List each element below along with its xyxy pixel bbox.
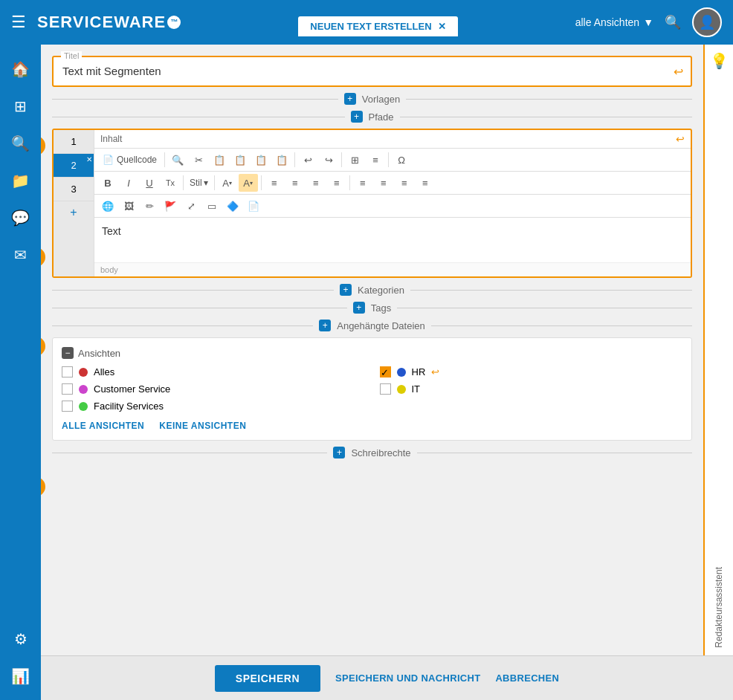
ansichten-collapse-button[interactable]: −	[62, 347, 74, 359]
segment-add-button[interactable]: +	[54, 201, 94, 224]
lightbulb-icon[interactable]: 💡	[710, 52, 729, 70]
bold-button[interactable]: B	[98, 174, 117, 192]
sidebar-item-settings[interactable]: ⚙	[4, 622, 37, 655]
editor-footer-label: body	[100, 265, 118, 274]
user-avatar[interactable]: 👤	[692, 7, 722, 37]
unorderedlist-button[interactable]: ≡	[285, 174, 305, 192]
editor-area: Inhalt ↩ 📄 Quellcode 🔍 ✂ 📋 📋	[94, 130, 691, 276]
ansicht-alles-checkbox[interactable]	[62, 366, 73, 377]
hamburger-button[interactable]: ☰	[11, 13, 26, 32]
table-button[interactable]: ⊞	[345, 151, 364, 169]
kategorien-section: + Kategorien	[52, 284, 692, 296]
ansicht-it-checkbox[interactable]	[380, 383, 391, 395]
ansicht-hr-undo-button[interactable]: ↩	[431, 366, 439, 377]
align-center-button[interactable]: ≡	[374, 174, 393, 192]
paste2-button[interactable]: 📋	[251, 151, 271, 169]
editor-undo-button[interactable]: ↩	[676, 133, 685, 145]
align-right-button[interactable]: ≡	[395, 174, 414, 192]
segment-tab-2[interactable]: 2 ✕	[54, 154, 94, 178]
schreibrechte-add-button[interactable]: +	[333, 447, 345, 458]
tags-line-left	[52, 308, 347, 308]
underline-button[interactable]: U	[140, 174, 159, 192]
editor-header: Inhalt ↩	[94, 130, 691, 149]
title-undo-button[interactable]: ↩	[674, 65, 683, 79]
schreib-line-right	[417, 453, 692, 453]
ansicht-cs-dot	[79, 385, 88, 394]
list-button[interactable]: ≡	[366, 151, 385, 169]
save-button[interactable]: SPEICHERN	[215, 665, 320, 692]
ansicht-facility-checkbox[interactable]	[62, 401, 73, 412]
content-tabs-row: 1 2 ✕ 3 + Inhalt ↩	[54, 130, 691, 276]
editor-text-area[interactable]: Text	[94, 218, 691, 262]
outdent-button[interactable]: ≡	[327, 174, 346, 192]
vorlagen-add-button[interactable]: +	[344, 93, 356, 105]
search-button[interactable]: 🔍	[665, 14, 681, 30]
step-badge-2: 2	[41, 337, 45, 356]
kategorien-add-button[interactable]: +	[340, 284, 352, 296]
omega-button[interactable]: Ω	[392, 151, 411, 169]
align-justify-button[interactable]: ≡	[416, 174, 435, 192]
italic-button[interactable]: I	[119, 174, 138, 192]
title-input[interactable]	[62, 65, 682, 77]
editor-content: Text	[102, 225, 121, 237]
copy-button[interactable]: 📋	[210, 151, 229, 169]
kat-line-right	[410, 290, 692, 291]
sidebar-item-folder[interactable]: 📁	[4, 163, 37, 197]
ansicht-it-dot	[397, 385, 406, 394]
dateien-add-button[interactable]: +	[319, 320, 331, 331]
ansicht-hr-checkbox[interactable]: ✓	[380, 366, 391, 377]
link-button[interactable]: 🌐	[98, 197, 117, 215]
orderedlist-button[interactable]: ≡	[265, 174, 284, 192]
sidebar-item-stats[interactable]: 📊	[4, 659, 37, 693]
sidebar-item-home[interactable]: 🏠	[4, 52, 37, 85]
sidebar-item-grid[interactable]: ⊞	[4, 89, 37, 123]
redo-button[interactable]: ↪	[319, 151, 338, 169]
undo-button[interactable]: ↩	[298, 151, 317, 169]
logo-badge: ™	[167, 16, 181, 29]
ansicht-cs-checkbox[interactable]	[62, 383, 73, 395]
find-button[interactable]: 🔍	[168, 151, 187, 169]
edit-button[interactable]: ✏	[140, 197, 159, 215]
clearformat-button[interactable]: Tx	[161, 174, 180, 192]
template-button[interactable]: 📄	[244, 197, 263, 215]
ansicht-it: IT	[380, 383, 683, 395]
stil-dropdown[interactable]: Stil ▾	[187, 174, 211, 192]
pfade-add-button[interactable]: +	[351, 111, 363, 123]
tags-add-button[interactable]: +	[353, 302, 365, 314]
save-notify-button[interactable]: SPEICHERN UND NACHRICHT	[335, 673, 480, 684]
tab-close-button[interactable]: ✕	[438, 21, 446, 32]
image-button[interactable]: 🖼	[119, 197, 138, 215]
fullscreen-button[interactable]: ⤢	[181, 197, 201, 215]
keine-ansichten-button[interactable]: KEINE ANSICHTEN	[159, 421, 246, 431]
editor-label: Inhalt	[100, 134, 672, 144]
bgcolor-button[interactable]: A▾	[239, 174, 258, 192]
logo-area: SERVICEWARE ™	[37, 13, 181, 32]
alle-ansichten-button[interactable]: ALLE ANSICHTEN	[62, 421, 144, 431]
paste-button[interactable]: 📋	[230, 151, 250, 169]
ansichten-section: − Ansichten Alles Customer S	[52, 337, 692, 441]
sidebar-item-chat[interactable]: 💬	[4, 201, 37, 234]
shape-button[interactable]: 🔷	[223, 197, 242, 215]
toolbar2-sep-4	[349, 175, 350, 190]
indent-button[interactable]: ≡	[306, 174, 326, 192]
sidebar-item-search[interactable]: 🔍	[4, 126, 37, 160]
views-selector[interactable]: alle Ansichten ▼	[575, 16, 653, 28]
title-label: Titel	[61, 51, 82, 60]
cut-button[interactable]: ✂	[189, 151, 208, 169]
segment-tab-1[interactable]: 1	[54, 130, 94, 154]
paste3-button[interactable]: 📋	[272, 151, 291, 169]
source-code-button[interactable]: 📄 Quellcode	[98, 151, 161, 169]
flag-button[interactable]: 🚩	[161, 197, 180, 215]
fontcolor-button[interactable]: A▾	[218, 174, 237, 192]
ansicht-facility-dot	[79, 402, 88, 411]
schreibrechte-label: Schreibrechte	[351, 447, 410, 458]
align-left-button[interactable]: ≡	[353, 174, 372, 192]
toolbar2-sep-2	[214, 175, 215, 190]
frame-button[interactable]: ▭	[202, 197, 222, 215]
sidebar-item-mail[interactable]: ✉	[4, 238, 37, 271]
ansicht-cs-label: Customer Service	[94, 383, 170, 395]
segment-tab-3[interactable]: 3	[54, 178, 94, 201]
pfade-line-right	[400, 117, 693, 117]
segment-tab-close[interactable]: ✕	[86, 155, 92, 163]
cancel-button[interactable]: ABBRECHEN	[495, 673, 559, 684]
